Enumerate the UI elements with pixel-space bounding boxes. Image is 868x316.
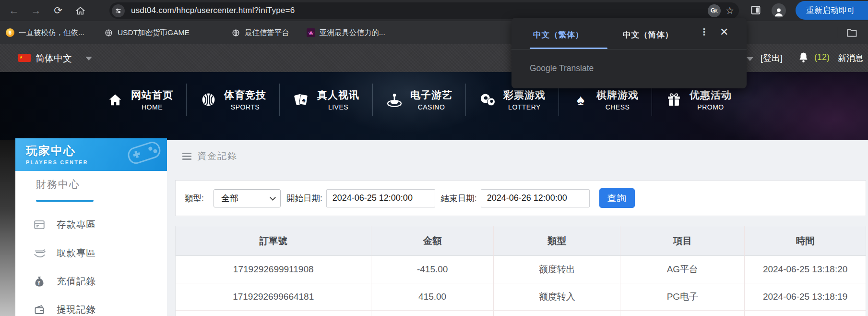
platform: AG平台 (620, 256, 745, 283)
sidebar-item-withdraw[interactable]: 取款專區 (15, 239, 167, 267)
globe-icon (105, 28, 113, 37)
column-header: 金額 (371, 226, 494, 256)
nav-item-home[interactable]: 网站首页HOME (94, 84, 186, 116)
type-select[interactable]: 全部 (214, 189, 281, 207)
split-screen-icon[interactable] (750, 4, 761, 18)
bookmark-item[interactable]: 6 一直被模仿，但依... (6, 28, 84, 38)
content-area: 玩家中心 PLAYERS CENTER 財務中心 存款專區 取款專區 (0, 140, 868, 316)
page-title: 資金記錄 (197, 150, 238, 162)
start-date-label: 開始日期: (286, 193, 322, 204)
url-text: usdt04.com/hhcp/usercenter.html?iniType=… (131, 6, 295, 15)
close-icon[interactable]: ✕ (720, 26, 728, 38)
forward-icon[interactable]: → (28, 3, 44, 18)
column-header: 類型 (494, 226, 621, 256)
table-row: 1719292699911908 -415.00 额度转出 AG平台 2024-… (176, 256, 866, 283)
new-messages-link[interactable]: 新消息 (838, 52, 864, 64)
hand-money-icon (33, 246, 46, 260)
cards-icon: ♣ (293, 91, 310, 109)
translate-icon[interactable]: G文 (708, 4, 721, 17)
chevron-down-icon (270, 194, 276, 201)
sidebar: 玩家中心 PLAYERS CENTER 財務中心 存款專區 取款專區 (15, 140, 167, 316)
sidebar-section-title: 財務中心 (36, 178, 80, 191)
message-count: (12) (814, 52, 830, 62)
divider (511, 49, 747, 49)
page-background-strip (0, 140, 15, 316)
more-options-icon[interactable]: ⋮ (700, 26, 709, 37)
logout-link[interactable]: [登出] (761, 52, 783, 64)
bookmark-item[interactable]: 最佳信誉平台 (232, 28, 289, 38)
roulette-icon (386, 91, 403, 109)
nav-item-sports[interactable]: 体育竞技SPORTS (186, 84, 279, 116)
order-id: 1719292699911908 (176, 256, 371, 283)
lottery-balls-icon (479, 91, 496, 109)
column-header: 項目 (620, 226, 745, 256)
end-date-label: 結束日期: (441, 193, 477, 204)
end-date-input[interactable] (481, 189, 590, 207)
translate-popup: 中文（繁体） 中文（简体） ⋮ ✕ Google Translate (511, 18, 747, 88)
back-icon[interactable]: ← (6, 3, 22, 18)
nav-item-chess[interactable]: ♠ 棋牌游戏CHESS (559, 84, 652, 116)
table-row-partial (176, 311, 866, 316)
column-header: 時間 (745, 226, 866, 256)
spade-icon: ♠ (572, 91, 589, 109)
chevron-down-icon[interactable] (85, 57, 92, 61)
column-header: 訂單號 (176, 226, 371, 256)
nav-item-lottery[interactable]: 彩票游戏LOTTERY (465, 84, 559, 116)
sidebar-item-recharge-record[interactable]: ¥ 充值記錄 (15, 267, 167, 295)
china-flag-icon: ★ (18, 54, 31, 62)
wallet-icon (33, 303, 46, 316)
list-icon (182, 151, 191, 161)
nav-item-promo[interactable]: 优惠活动PROMO (652, 84, 745, 116)
timestamp: 2024-06-25 13:18:19 (745, 283, 866, 311)
order-id: 1719292699664181 (176, 283, 371, 311)
address-bar[interactable]: usdt04.com/hhcp/usercenter.html?iniType=… (109, 2, 739, 19)
table-header-row: 訂單號 金額 類型 項目 時間 (176, 226, 866, 256)
nav-item-lives[interactable]: ♣ 真人视讯LIVES (279, 84, 372, 116)
sidebar-item-withdrawal-record[interactable]: 提現記錄 (15, 295, 167, 316)
tab-chinese-simplified[interactable]: 中文（简体） (623, 29, 673, 40)
money-bag-icon: ¥ (33, 275, 46, 288)
type: 额度转出 (494, 256, 621, 283)
timestamp: 2024-06-25 13:18:20 (745, 256, 866, 283)
search-button[interactable]: 查詢 (599, 188, 635, 208)
start-date-input[interactable] (326, 189, 435, 207)
home-icon[interactable] (72, 3, 88, 18)
profile-avatar-icon[interactable] (772, 3, 786, 18)
language-selector[interactable]: 简体中文 (36, 52, 72, 65)
bookmarks-folder-icon[interactable] (846, 27, 857, 39)
type: 额度转入 (494, 283, 621, 311)
table-row: 1719292699664181 415.00 额度转入 PG电子 2024-0… (176, 283, 866, 311)
sidebar-item-deposit[interactable]: 存款專區 (15, 210, 167, 239)
bookmark-item[interactable]: USDT加密货币GAME (105, 28, 190, 38)
main-nav: 网站首页HOME 体育竞技SPORTS ♣ 真人视讯LIVES (94, 84, 745, 116)
sidebar-menu: 存款專區 取款專區 ¥ 充值記錄 提現記錄 (15, 210, 167, 316)
filter-bar: 類型: 全部 開始日期: 結束日期: 查詢 (175, 180, 866, 216)
funds-table: 訂單號 金額 類型 項目 時間 1719292699911908 -415.00… (175, 226, 866, 316)
site-info-icon[interactable] (112, 4, 125, 17)
translate-tabs: 中文（繁体） 中文（简体） ⋮ ✕ (511, 18, 747, 49)
deposit-icon (33, 218, 46, 231)
bookmark-star-icon[interactable]: ☆ (725, 5, 734, 16)
divider-accent (36, 200, 94, 202)
sports-ball-icon (200, 91, 217, 109)
tab-chinese-traditional[interactable]: 中文（繁体） (533, 29, 583, 40)
divider (791, 52, 791, 64)
restart-button[interactable]: 重新启动即可 (796, 1, 868, 20)
flower-favicon: ❀ (307, 28, 315, 37)
chevron-down-icon[interactable] (747, 57, 753, 61)
reload-icon[interactable]: ⟳ (50, 3, 66, 18)
main-panel: 資金記錄 類型: 全部 開始日期: 結束日期: 查詢 訂單號 金額 類型 項目 … (167, 140, 868, 316)
gift-icon (665, 91, 682, 109)
google-translate-brand: Google Translate (530, 63, 594, 73)
globe-icon (232, 28, 240, 37)
home-icon (107, 91, 124, 109)
bell-icon[interactable] (798, 51, 809, 65)
bookmark-favicon: 6 (6, 28, 14, 37)
nav-item-casino[interactable]: 电子游艺CASINO (372, 84, 465, 116)
page-title-row: 資金記錄 (182, 150, 238, 162)
amount: 415.00 (371, 283, 494, 311)
players-center-banner: 玩家中心 PLAYERS CENTER (15, 138, 167, 171)
svg-text:¥: ¥ (37, 280, 41, 286)
bookmark-item[interactable]: ❀ 亚洲最具公信力的... (307, 28, 385, 38)
divider (838, 27, 838, 38)
